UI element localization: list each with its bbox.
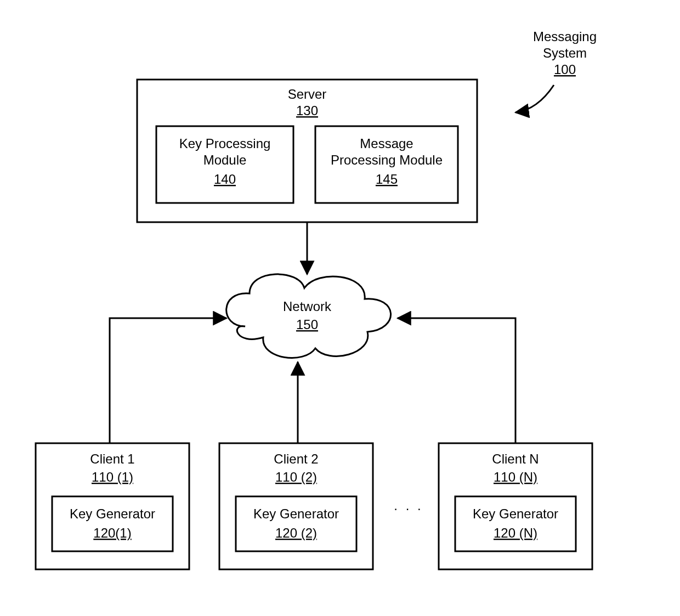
client-1-keygen-label: Key Generator xyxy=(70,506,155,521)
client-1-ref: 110 (1) xyxy=(92,470,133,484)
client-2-box: Client 2 110 (2) Key Generator 120 (2) xyxy=(219,443,373,569)
svg-rect-4 xyxy=(52,496,173,551)
arrow-clientn-network xyxy=(398,318,515,443)
key-module-line2: Module xyxy=(203,152,247,167)
arrow-client1-network xyxy=(110,318,226,443)
title-ref: 100 xyxy=(554,62,576,77)
client-1-keygen-ref: 120(1) xyxy=(93,525,131,540)
client-n-keygen: Key Generator 120 (N) xyxy=(455,496,576,551)
server-label: Server xyxy=(288,87,327,101)
client-1-keygen: Key Generator 120(1) xyxy=(52,496,173,551)
client-2-keygen-label: Key Generator xyxy=(253,506,339,521)
client-1-box: Client 1 110 (1) Key Generator 120(1) xyxy=(36,443,189,569)
msg-module-line1: Message xyxy=(360,136,413,151)
client-2-keygen: Key Generator 120 (2) xyxy=(236,496,356,551)
network-label: Network xyxy=(283,299,332,314)
system-title: Messaging System 100 xyxy=(515,29,597,112)
msg-module-line2: Processing Module xyxy=(331,152,443,167)
svg-rect-6 xyxy=(236,496,356,551)
clients-ellipsis: . . . xyxy=(394,498,423,513)
network-cloud: Network 150 xyxy=(226,274,391,358)
client-2-keygen-ref: 120 (2) xyxy=(275,525,317,540)
client-n-ref: 110 (N) xyxy=(494,470,537,484)
key-module-line1: Key Processing xyxy=(179,136,271,151)
message-processing-module: Message Processing Module 145 xyxy=(315,126,458,203)
network-ref: 150 xyxy=(296,317,318,332)
key-module-ref: 140 xyxy=(214,172,236,187)
server-box: Server 130 Key Processing Module 140 Mes… xyxy=(137,80,477,222)
client-1-label: Client 1 xyxy=(90,451,134,466)
client-2-ref: 110 (2) xyxy=(275,470,317,484)
title-line1: Messaging xyxy=(533,29,597,44)
title-line2: System xyxy=(543,46,587,60)
server-ref: 130 xyxy=(296,103,318,118)
svg-rect-8 xyxy=(455,496,576,551)
client-n-label: Client N xyxy=(492,451,539,466)
key-processing-module: Key Processing Module 140 xyxy=(156,126,293,203)
diagram-canvas: Messaging System 100 Server 130 Key Proc… xyxy=(0,0,680,616)
msg-module-ref: 145 xyxy=(376,172,398,187)
client-2-label: Client 2 xyxy=(274,451,318,466)
title-arrow xyxy=(515,85,554,112)
client-n-keygen-ref: 120 (N) xyxy=(494,525,537,540)
client-n-box: Client N 110 (N) Key Generator 120 (N) xyxy=(439,443,592,569)
client-n-keygen-label: Key Generator xyxy=(473,506,558,521)
